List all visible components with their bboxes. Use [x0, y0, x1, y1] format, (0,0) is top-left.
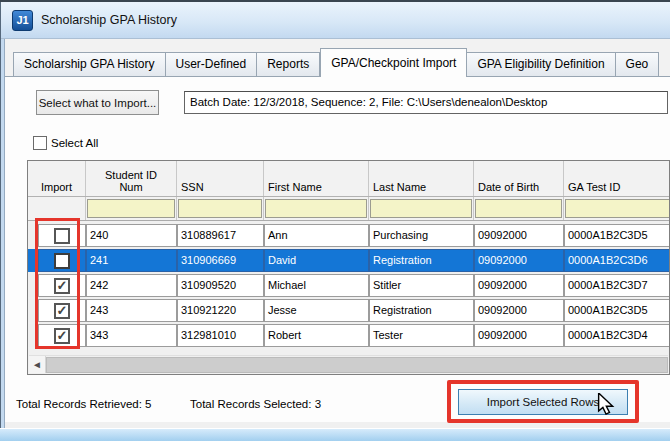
- horizontal-scrollbar[interactable]: ◄: [29, 355, 668, 373]
- column-header-student-id[interactable]: Student ID Num: [86, 161, 177, 196]
- tab-strip: Scholarship GPA History User-Defined Rep…: [13, 48, 659, 77]
- cell-date-of-birth: 09092000: [474, 324, 564, 347]
- column-header-import[interactable]: Import: [28, 161, 86, 196]
- titlebar[interactable]: J1 Scholarship GPA History: [1, 2, 670, 39]
- cell-date-of-birth: 09092000: [474, 224, 564, 247]
- grid-body: 240 310889617 Ann Purchasing 09092000 00…: [28, 221, 669, 347]
- grid-filter-row: [28, 197, 669, 221]
- filter-cell-import: [28, 197, 86, 220]
- table-row[interactable]: 242 310909520 Michael Stitler 09092000 0…: [28, 274, 669, 297]
- select-all-label: Select All: [51, 137, 98, 149]
- window-bottom-frame: [0, 428, 670, 441]
- cell-ssn: 312981010: [177, 324, 264, 347]
- cell-ga-test-id: 0000A1B2C3D5: [564, 299, 670, 322]
- filter-cell-student-id[interactable]: [86, 197, 177, 220]
- cell-ssn: 310906669: [177, 249, 264, 272]
- cell-ga-test-id: 0000A1B2C3D5: [564, 224, 670, 247]
- cell-student-id: 243: [86, 299, 177, 322]
- tab-reports[interactable]: Reports: [257, 52, 320, 77]
- scholarship-gpa-history-window: J1 Scholarship GPA History Scholarship G…: [0, 0, 670, 441]
- tab-user-defined[interactable]: User-Defined: [166, 52, 258, 77]
- cell-student-id: 343: [86, 324, 177, 347]
- annotation-box-checkbox-column: [35, 218, 80, 349]
- scroll-left-arrow-icon[interactable]: ◄: [29, 356, 46, 373]
- cell-last-name: Registration: [369, 249, 474, 272]
- import-grid[interactable]: Import Student ID Num SSN First Name Las…: [27, 160, 670, 375]
- total-records-selected-label: Total Records Selected: 3: [190, 398, 321, 410]
- grid-header: Import Student ID Num SSN First Name Las…: [28, 161, 669, 197]
- filter-cell-first-name[interactable]: [264, 197, 369, 220]
- cell-date-of-birth: 09092000: [474, 274, 564, 297]
- select-all-control[interactable]: Select All: [33, 135, 98, 151]
- cell-date-of-birth: 09092000: [474, 249, 564, 272]
- cell-last-name: Tester: [369, 324, 474, 347]
- column-header-ssn[interactable]: SSN: [177, 161, 264, 196]
- cell-last-name: Stitler: [369, 274, 474, 297]
- cell-ssn: 310909520: [177, 274, 264, 297]
- cell-first-name: Michael: [264, 274, 369, 297]
- total-records-retrieved-label: Total Records Retrieved: 5: [16, 398, 152, 410]
- select-what-to-import-button[interactable]: Select what to Import...: [36, 90, 159, 115]
- j1-app-icon: J1: [12, 10, 33, 31]
- cell-last-name: Registration: [369, 299, 474, 322]
- table-row[interactable]: 241 310906669 David Registration 0909200…: [28, 249, 669, 272]
- column-header-date-of-birth[interactable]: Date of Birth: [474, 161, 564, 196]
- filter-cell-last-name[interactable]: [369, 197, 474, 220]
- cell-student-id: 242: [86, 274, 177, 297]
- table-row[interactable]: 343 312981010 Robert Tester 09092000 000…: [28, 324, 669, 347]
- table-row[interactable]: 240 310889617 Ann Purchasing 09092000 00…: [28, 224, 669, 247]
- cell-first-name: Jesse: [264, 299, 369, 322]
- cell-ga-test-id: 0000A1B2C3D6: [564, 249, 670, 272]
- cell-ga-test-id: 0000A1B2C3D7: [564, 274, 670, 297]
- window-title: Scholarship GPA History: [41, 13, 177, 27]
- batch-info-field[interactable]: Batch Date: 12/3/2018, Sequence: 2, File…: [184, 91, 668, 114]
- cell-last-name: Purchasing: [369, 224, 474, 247]
- filter-cell-date-of-birth[interactable]: [474, 197, 564, 220]
- tab-gpa-checkpoint-import[interactable]: GPA/Checkpoint Import: [320, 48, 467, 77]
- cell-first-name: David: [264, 249, 369, 272]
- cell-student-id: 241: [86, 249, 177, 272]
- tab-geo[interactable]: Geo: [616, 52, 660, 77]
- table-row[interactable]: 243 310921220 Jesse Registration 0909200…: [28, 299, 669, 322]
- cell-student-id: 240: [86, 224, 177, 247]
- column-header-last-name[interactable]: Last Name: [369, 161, 474, 196]
- cell-ssn: 310921220: [177, 299, 264, 322]
- cell-ssn: 310889617: [177, 224, 264, 247]
- cell-date-of-birth: 09092000: [474, 299, 564, 322]
- cell-first-name: Ann: [264, 224, 369, 247]
- cell-ga-test-id: 0000A1B2C3D4: [564, 324, 670, 347]
- tab-scholarship-gpa-history[interactable]: Scholarship GPA History: [13, 52, 166, 77]
- select-all-checkbox[interactable]: [33, 136, 47, 150]
- mouse-cursor-icon: [597, 393, 616, 419]
- tab-gpa-eligibility-definition[interactable]: GPA Eligibility Definition: [467, 52, 615, 77]
- filter-cell-ga-test-id[interactable]: [564, 197, 670, 220]
- scrollbar-thumb[interactable]: [46, 357, 668, 373]
- column-header-ga-test-id[interactable]: GA Test ID: [564, 161, 670, 196]
- cell-first-name: Robert: [264, 324, 369, 347]
- column-header-first-name[interactable]: First Name: [264, 161, 369, 196]
- filter-cell-ssn[interactable]: [177, 197, 264, 220]
